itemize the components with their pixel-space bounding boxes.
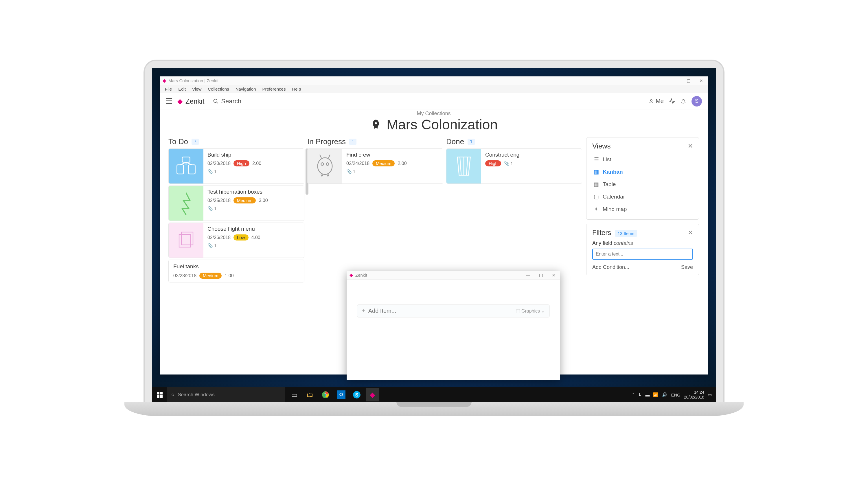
- avatar[interactable]: S: [691, 96, 702, 106]
- dropbox-icon[interactable]: ⬇: [638, 392, 642, 397]
- window-title: Mars Colonization | Zenkit: [169, 78, 219, 83]
- close-icon[interactable]: ✕: [688, 229, 693, 237]
- chevron-up-icon[interactable]: ˄: [632, 392, 635, 397]
- zenkit-logo-icon: ◆: [162, 78, 166, 83]
- svg-rect-22: [160, 395, 162, 398]
- priority-badge: Medium: [199, 273, 222, 279]
- attachment-count: 📎 1: [207, 169, 300, 174]
- menu-edit[interactable]: Edit: [175, 86, 189, 92]
- chevron-down-icon: ⌄: [541, 308, 545, 314]
- list-icon: ☰: [593, 156, 599, 163]
- maximize-button[interactable]: ▢: [685, 78, 692, 83]
- card-title: Fuel tanks: [173, 263, 300, 270]
- close-button[interactable]: ✕: [550, 273, 557, 278]
- volume-icon[interactable]: 🔊: [662, 392, 667, 397]
- menu-file[interactable]: File: [162, 86, 175, 92]
- table-icon: ▦: [593, 181, 599, 188]
- paperclip-icon: 📎: [504, 161, 510, 166]
- svg-line-1: [217, 102, 218, 103]
- svg-rect-4: [177, 165, 184, 174]
- close-button[interactable]: ✕: [697, 78, 705, 83]
- hamburger-icon[interactable]: ☰: [165, 96, 173, 106]
- add-item-input[interactable]: [368, 308, 516, 314]
- card-date: 02/24/2018: [346, 161, 369, 166]
- card-title: Choose flight menu: [207, 226, 300, 232]
- language-indicator[interactable]: ENG: [671, 392, 681, 397]
- priority-badge: High: [233, 160, 249, 166]
- svg-point-2: [650, 100, 652, 101]
- minimize-button[interactable]: —: [672, 78, 680, 83]
- priority-badge: Low: [233, 235, 249, 241]
- zenkit-taskbar-icon[interactable]: ◆: [366, 388, 379, 401]
- svg-rect-10: [181, 232, 193, 245]
- brand-name: Zenkit: [185, 97, 204, 105]
- card-date: 02/20/2018: [207, 161, 231, 166]
- search-button[interactable]: Search: [213, 98, 241, 105]
- filters-panel-title: Filters: [592, 229, 611, 237]
- close-icon[interactable]: ✕: [688, 142, 693, 150]
- card-hours: 1.00: [225, 273, 233, 278]
- mini-zenkit-window: ◆ Zenkit — ▢ ✕ + ⬚ Graphics ⌄: [347, 271, 560, 380]
- card[interactable]: Choose flight menu 02/26/2018 Low 4.00 📎…: [169, 223, 304, 258]
- view-item-calendar[interactable]: ▢ Calendar: [592, 191, 693, 202]
- cortana-icon: ○: [171, 392, 174, 398]
- column-title: In Progress: [307, 137, 346, 146]
- attachment-count: 📎 1: [207, 243, 300, 248]
- menu-view[interactable]: View: [189, 86, 204, 92]
- diamond-icon: ◆: [177, 97, 183, 105]
- taskbar-search[interactable]: ○ Search Windows: [167, 387, 285, 402]
- search-label: Search: [221, 98, 241, 105]
- add-condition-button[interactable]: Add Condition...: [592, 264, 629, 270]
- breadcrumb[interactable]: My Collections: [160, 110, 708, 117]
- chrome-icon[interactable]: [319, 388, 332, 401]
- view-item-kanban[interactable]: ▥ Kanban: [592, 166, 693, 177]
- view-item-mindmap[interactable]: ✦ Mind map: [592, 203, 693, 215]
- outlook-icon[interactable]: O: [337, 390, 346, 399]
- menu-preferences[interactable]: Preferences: [259, 86, 289, 92]
- user-icon: [649, 99, 654, 104]
- notifications-icon[interactable]: ▭: [708, 392, 712, 397]
- view-item-table[interactable]: ▦ Table: [592, 178, 693, 190]
- card-thumb: [169, 223, 203, 257]
- card-hours: 4.00: [251, 235, 260, 240]
- card-hours: 2.00: [252, 161, 261, 166]
- card-thumb: [169, 186, 203, 221]
- menu-help[interactable]: Help: [289, 86, 304, 92]
- priority-badge: Medium: [233, 197, 256, 203]
- maximize-button[interactable]: ▢: [537, 273, 545, 278]
- card[interactable]: Build ship 02/20/2018 High 2.00 📎 1: [169, 148, 304, 184]
- svg-line-14: [320, 154, 321, 158]
- save-button[interactable]: Save: [681, 264, 693, 270]
- brand[interactable]: ◆ Zenkit: [177, 97, 204, 105]
- file-explorer-icon[interactable]: 🗂: [303, 388, 316, 401]
- card-thumb: [169, 149, 203, 183]
- card[interactable]: Fuel tanks 02/23/2018 Medium 1.00: [169, 260, 304, 282]
- graphics-dropdown[interactable]: ⬚ Graphics ⌄: [516, 308, 545, 314]
- me-button[interactable]: Me: [649, 98, 664, 104]
- paperclip-icon: 📎: [346, 169, 352, 174]
- card[interactable]: Construct eng High 📎 1: [446, 148, 582, 184]
- card[interactable]: Find crew 02/24/2018 Medium 2.00 📎 1: [307, 148, 443, 184]
- bell-icon[interactable]: [681, 98, 686, 104]
- task-view-icon[interactable]: ▭: [288, 388, 301, 401]
- start-button[interactable]: [152, 387, 167, 402]
- menu-collections[interactable]: Collections: [205, 86, 232, 92]
- activity-icon[interactable]: [669, 98, 675, 104]
- card[interactable]: Test hibernation boxes 02/25/2018 Medium…: [169, 186, 304, 221]
- wifi-icon[interactable]: 📶: [653, 392, 659, 397]
- paperclip-icon: 📎: [207, 243, 213, 248]
- menubar: File Edit View Collections Navigation Pr…: [160, 85, 708, 93]
- card-date: 02/25/2018: [207, 198, 231, 203]
- attachment-count: 📎 1: [504, 161, 513, 166]
- card-hours: 3.00: [259, 198, 267, 203]
- clock[interactable]: 14:24 20/02/2018: [684, 390, 704, 400]
- minimize-button[interactable]: —: [524, 273, 532, 278]
- svg-line-18: [466, 157, 468, 175]
- skype-icon[interactable]: S: [350, 388, 363, 401]
- battery-icon[interactable]: ▬: [645, 392, 649, 397]
- svg-line-15: [329, 154, 330, 158]
- add-item-row[interactable]: + ⬚ Graphics ⌄: [357, 304, 550, 318]
- filter-text-input[interactable]: [592, 249, 693, 260]
- menu-navigation[interactable]: Navigation: [233, 86, 259, 92]
- view-item-list[interactable]: ☰ List: [592, 154, 693, 165]
